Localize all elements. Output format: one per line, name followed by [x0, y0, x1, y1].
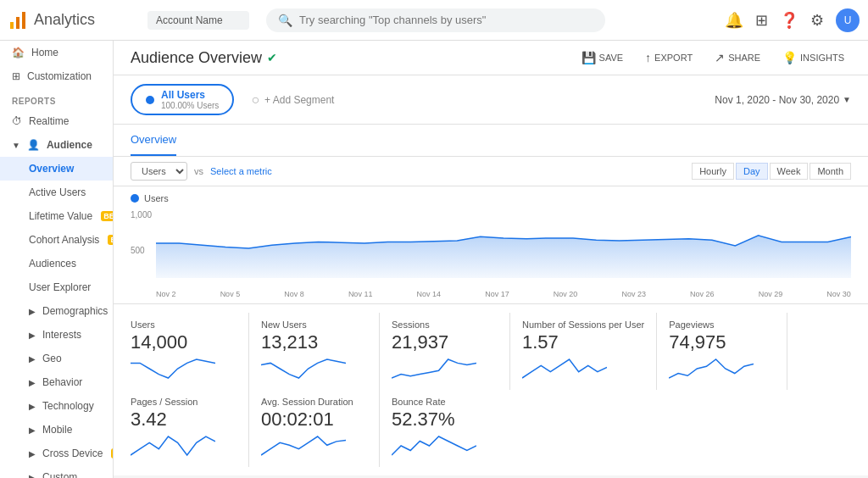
sparkline-path: [392, 359, 476, 378]
sidebar-item-customization[interactable]: ⊞ Customization: [0, 64, 113, 88]
overview-tabs: Overview: [114, 125, 868, 157]
segment-sub: 100.00% Users: [161, 101, 219, 110]
sidebar-item-technology[interactable]: ▶ Technology: [0, 394, 113, 418]
metric-value: 3.42: [131, 409, 236, 431]
svg-rect-2: [22, 12, 25, 29]
time-btn-month[interactable]: Month: [810, 163, 851, 180]
page-title: Audience Overview ✔: [131, 49, 277, 67]
sparkline-svg: [261, 434, 346, 458]
share-icon: ↗: [715, 51, 725, 64]
audience-expand-icon: ▼: [12, 141, 20, 150]
settings-icon[interactable]: ⚙: [810, 11, 824, 30]
metric-value: 74,975: [669, 331, 775, 353]
time-btn-week[interactable]: Week: [770, 163, 809, 180]
time-btn-hourly[interactable]: Hourly: [692, 163, 734, 180]
metric-card-pages-/-session: Pages / Session 3.42: [131, 390, 249, 467]
sparkline-path: [392, 436, 476, 455]
segment-pill[interactable]: All Users 100.00% Users: [131, 84, 234, 115]
x-label: Nov 11: [348, 290, 373, 298]
users-legend-dot: [131, 194, 139, 203]
sidebar-item-cohort-analysis[interactable]: Cohort AnalysisBETA: [0, 228, 113, 252]
chart-y-max: 1,000: [131, 210, 152, 220]
help-icon[interactable]: ❓: [780, 11, 798, 30]
export-icon: ↑: [645, 51, 651, 64]
home-icon: 🏠: [12, 47, 25, 58]
chart-metric-selector: Users vs Select a metric: [131, 162, 272, 181]
chevron-right-icon-geo: ▶: [29, 354, 36, 364]
sparkline-path: [669, 359, 754, 378]
x-axis-labels: Nov 2Nov 5Nov 8Nov 11Nov 14Nov 17Nov 20N…: [156, 290, 851, 298]
main-content: Audience Overview ✔ 💾 SAVE ↑ EXPORT ↗ SH…: [114, 41, 868, 478]
search-input[interactable]: [299, 14, 593, 26]
chart-legend: Users: [131, 193, 851, 203]
x-label: Nov 30: [826, 290, 851, 298]
date-range-selector[interactable]: Nov 1, 2020 - Nov 30, 2020 ▼: [715, 94, 851, 106]
svg-rect-0: [10, 22, 14, 29]
metric-label: Users: [131, 320, 236, 330]
content-header: Audience Overview ✔ 💾 SAVE ↑ EXPORT ↗ SH…: [114, 41, 868, 75]
sparkline-svg: [261, 357, 346, 381]
time-btn-day[interactable]: Day: [736, 163, 768, 180]
chevron-right-icon-technology: ▶: [29, 402, 36, 411]
sidebar-item-mobile[interactable]: ▶ Mobile: [0, 418, 113, 442]
header-actions: 💾 SAVE ↑ EXPORT ↗ SHARE 💡 INSIGHTS: [575, 47, 851, 68]
share-button[interactable]: ↗ SHARE: [708, 47, 767, 68]
x-label: Nov 23: [621, 290, 646, 298]
sidebar-item-lifetime-value[interactable]: Lifetime ValueBETA: [0, 204, 113, 228]
customization-icon: ⊞: [12, 70, 20, 82]
sidebar-item-custom[interactable]: ▶ Custom: [0, 465, 113, 478]
sparkline-svg: [131, 434, 215, 458]
select-metric-link[interactable]: Select a metric: [210, 166, 272, 176]
segment-label: All Users: [161, 89, 219, 101]
metric-value: 14,000: [131, 331, 236, 353]
analytics-logo-icon: [8, 10, 29, 31]
sidebar-item-audience[interactable]: ▼ 👤 Audience: [0, 133, 113, 157]
metric-card-new-users: New Users 13,213: [261, 313, 380, 390]
metric-label: Number of Sessions per User: [522, 320, 644, 330]
time-buttons: Hourly Day Week Month: [692, 163, 851, 180]
avatar[interactable]: U: [836, 8, 860, 32]
insights-button[interactable]: 💡 INSIGHTS: [776, 47, 851, 68]
chart-container: 1,000 500 Nov 2Nov 5Nov 8Nov 11Nov: [131, 210, 851, 286]
export-button[interactable]: ↑ EXPORT: [638, 47, 699, 68]
beta-badge-lifetime: BETA: [101, 211, 114, 221]
chevron-right-icon-interests: ▶: [29, 331, 36, 340]
beta-badge-cohort: BETA: [108, 235, 114, 245]
sparkline-path: [131, 359, 215, 378]
account-selector[interactable]: Account Name: [147, 11, 249, 30]
metric-card-users: Users 14,000: [131, 313, 249, 390]
save-icon: 💾: [581, 51, 596, 64]
sidebar-item-audiences[interactable]: Audiences: [0, 252, 113, 275]
save-button[interactable]: 💾 SAVE: [575, 47, 631, 68]
apps-icon[interactable]: ⊞: [755, 11, 768, 30]
sparkline-path: [522, 359, 607, 378]
sparkline-svg: [392, 434, 476, 458]
notifications-icon[interactable]: 🔔: [725, 11, 743, 30]
tab-overview[interactable]: Overview: [131, 125, 176, 156]
sidebar-item-geo[interactable]: ▶ Geo: [0, 347, 113, 370]
sidebar-item-demographics[interactable]: ▶ Demographics: [0, 299, 113, 323]
reports-section-header: REPORTS: [0, 88, 113, 109]
chevron-right-icon-custom: ▶: [29, 473, 36, 479]
sparkline-path: [261, 436, 346, 455]
add-segment-circle-icon: ○: [251, 92, 259, 108]
verified-icon: ✔: [267, 51, 277, 64]
metric-card-sessions: Sessions 21,937: [392, 313, 510, 390]
metric-value: 21,937: [392, 331, 498, 353]
x-label: Nov 29: [759, 290, 783, 298]
sidebar-item-user-explorer[interactable]: User Explorer: [0, 275, 113, 299]
add-segment-button[interactable]: ○ + Add Segment: [251, 92, 334, 108]
sidebar-item-home[interactable]: 🏠 Home: [0, 41, 113, 64]
sidebar-item-cross-device[interactable]: ▶ Cross DeviceBETA: [0, 442, 113, 465]
date-range-chevron-icon: ▼: [843, 95, 851, 104]
sidebar-item-realtime[interactable]: ⏱ Realtime: [0, 109, 113, 133]
x-label: Nov 20: [554, 290, 578, 298]
realtime-icon: ⏱: [12, 115, 22, 127]
chevron-right-icon-demographics: ▶: [29, 307, 36, 316]
search-bar[interactable]: 🔍: [266, 8, 605, 32]
sidebar-item-interests[interactable]: ▶ Interests: [0, 323, 113, 347]
sidebar-item-overview[interactable]: Overview: [0, 157, 113, 181]
sidebar-item-behavior[interactable]: ▶ Behavior: [0, 370, 113, 394]
metric-dropdown[interactable]: Users: [131, 162, 187, 181]
sidebar-item-active-users[interactable]: Active Users: [0, 181, 113, 204]
